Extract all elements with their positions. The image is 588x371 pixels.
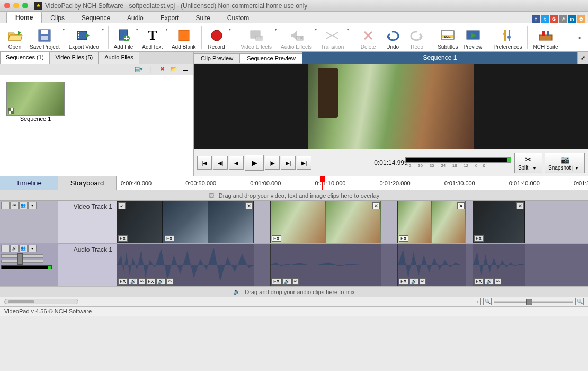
prev-frame-button[interactable]: ◀| — [213, 156, 228, 170]
video-clip[interactable]: ✕ FX — [473, 201, 525, 243]
menu-custom[interactable]: Custom — [219, 13, 257, 23]
audio-effects-button[interactable]: FXAudio Effects — [279, 24, 314, 51]
track-more-icon[interactable]: ▾ — [28, 202, 37, 209]
menu-clips[interactable]: Clips — [42, 13, 73, 23]
list-view-icon[interactable]: ☰ — [181, 65, 190, 74]
forward-button[interactable]: |▶ — [265, 156, 280, 170]
preview-viewport[interactable] — [194, 64, 588, 149]
track-group-icon[interactable]: 👥 — [19, 202, 28, 209]
track-volume-slider[interactable] — [1, 254, 43, 258]
menu-home[interactable]: Home — [6, 12, 42, 23]
subtitles-button[interactable]: SUBSubtitles — [435, 24, 460, 51]
facebook-icon[interactable]: f — [532, 15, 540, 23]
snapshot-button[interactable]: 📷Snapshot ▼ — [545, 153, 585, 173]
close-window-button[interactable] — [4, 3, 10, 8]
audio-clip[interactable]: FX🔊∞ — [473, 244, 525, 286]
settings-gear-icon[interactable]: ✿ — [577, 15, 585, 23]
timeline-scrollbar[interactable] — [4, 299, 78, 304]
record-dropdown-icon[interactable]: ▼ — [228, 28, 232, 31]
delete-bin-icon[interactable]: ✖ — [157, 65, 167, 74]
audio-clip[interactable]: FX🔊∞FX🔊∞ — [117, 244, 254, 286]
video-clips-area[interactable]: ✓✕ FXFX ✕ FX ✕ FX ✕ FX — [117, 201, 588, 243]
track-collapse-icon[interactable]: — — [1, 245, 10, 252]
add-text-button[interactable]: TAdd Text — [140, 24, 165, 51]
new-folder-icon[interactable]: 📂 — [169, 65, 179, 74]
audio-clips-area[interactable]: FX🔊∞FX🔊∞ FX🔊∞ FX🔊∞ FX🔊∞ — [117, 244, 588, 286]
video-clip[interactable]: ✕ FX — [270, 201, 381, 243]
save-project-button[interactable]: Save Project — [28, 24, 62, 51]
vfx-dropdown-icon[interactable]: ▼ — [274, 28, 278, 31]
minimize-window-button[interactable] — [13, 3, 19, 8]
export-dropdown-icon[interactable]: ▼ — [101, 28, 105, 31]
preview-button[interactable]: Preview — [461, 24, 485, 51]
menu-audio[interactable]: Audio — [119, 13, 152, 23]
track-mute-icon[interactable]: 🔊 — [10, 245, 19, 252]
ribbon-overflow-icon[interactable]: » — [575, 34, 585, 41]
zoom-in-icon[interactable]: 🔍 — [575, 298, 584, 305]
tab-timeline[interactable]: Timeline — [0, 176, 58, 190]
video-clip[interactable]: ✕ FX — [397, 201, 466, 243]
detach-preview-icon[interactable]: ⤢ — [577, 52, 588, 64]
ribbon-toolbar: Open Save Project▼ Export Video▼ Add Fil… — [0, 23, 588, 52]
redo-button[interactable]: Redo — [405, 24, 429, 51]
open-button[interactable]: Open — [3, 24, 26, 51]
video-clip[interactable]: ✓✕ FXFX — [117, 201, 254, 243]
svg-rect-24 — [539, 35, 552, 40]
track-pan-slider[interactable] — [1, 260, 43, 263]
tab-sequence-preview[interactable]: Sequence Preview — [240, 53, 302, 63]
record-button[interactable]: Record — [205, 24, 228, 51]
time-ruler[interactable]: 0:00:40.0000:00:50.0000:01:00.0000:01:10… — [117, 176, 588, 190]
zoom-slider[interactable] — [494, 301, 573, 303]
rewind-button[interactable]: ◀ — [229, 156, 244, 170]
bin-area[interactable]: Sequence 1 — [0, 75, 193, 176]
video-track-row: — 👁 👥 ▾ Video Track 1 ✓✕ FXFX ✕ FX ✕ FX … — [0, 200, 588, 243]
share-icon[interactable]: ↗ — [559, 15, 567, 23]
export-video-button[interactable]: Export Video — [67, 24, 101, 51]
zoom-out-icon[interactable]: 🔍 — [483, 298, 492, 305]
preferences-button[interactable]: Preferences — [492, 24, 524, 51]
google-plus-icon[interactable]: G — [550, 15, 558, 23]
menu-suite[interactable]: Suite — [187, 13, 218, 23]
track-solo-icon[interactable]: 👥 — [19, 245, 28, 252]
play-button[interactable]: ▶ — [245, 155, 264, 171]
twitter-icon[interactable]: t — [541, 15, 549, 23]
delete-button[interactable]: Delete — [357, 24, 380, 51]
tab-video-files[interactable]: Video Files (5) — [50, 52, 99, 64]
menu-export[interactable]: Export — [152, 13, 188, 23]
save-dropdown-icon[interactable]: ▼ — [62, 28, 66, 31]
go-start-button[interactable]: |◀ — [197, 156, 212, 170]
add-blank-button[interactable]: Add Blank — [170, 24, 198, 51]
afx-dropdown-icon[interactable]: ▼ — [314, 28, 318, 31]
tab-sequences[interactable]: Sequences (1) — [0, 52, 50, 64]
preview-title: Sequence 1 — [302, 52, 577, 64]
addfile-dropdown-icon[interactable]: ▼ — [135, 28, 139, 31]
transition-dropdown-icon[interactable]: ▼ — [346, 28, 350, 31]
transition-button[interactable]: Transition — [319, 24, 346, 51]
linkedin-icon[interactable]: in — [568, 15, 576, 23]
addtext-dropdown-icon[interactable]: ▼ — [165, 28, 168, 31]
bin-view-icon[interactable]: ▤▾ — [134, 65, 144, 74]
sequence-thumb[interactable]: Sequence 1 — [6, 82, 65, 122]
split-button[interactable]: ✂Split ▼ — [514, 153, 542, 173]
track-collapse-icon[interactable]: — — [1, 202, 10, 209]
playhead[interactable] — [320, 176, 325, 182]
track-visible-icon[interactable]: 👁 — [10, 202, 19, 209]
next-frame-button[interactable]: ▶| — [281, 156, 296, 170]
nch-suite-button[interactable]: NCH Suite — [531, 24, 560, 51]
tab-clip-preview[interactable]: Clip Preview — [194, 53, 240, 63]
tab-storyboard[interactable]: Storyboard — [58, 176, 117, 190]
undo-button[interactable]: Undo — [381, 24, 404, 51]
go-end-button[interactable]: ▶| — [297, 156, 311, 170]
track-more-icon[interactable]: ▾ — [28, 245, 37, 252]
menu-sequence[interactable]: Sequence — [73, 13, 119, 23]
zoom-window-button[interactable] — [22, 3, 28, 8]
video-effects-button[interactable]: FXVideo Effects — [238, 24, 274, 51]
source-toolbar: ▤▾ | ✖ 📂 ☰ — [0, 64, 193, 75]
audio-clip[interactable]: FX🔊∞ — [270, 244, 381, 286]
add-file-button[interactable]: Add File — [112, 24, 136, 51]
audio-clip[interactable]: FX🔊∞ — [397, 244, 466, 286]
tab-audio-files[interactable]: Audio Files — [99, 52, 139, 64]
overlay-drop-hint[interactable]: 🖼 Drag and drop your video, text and ima… — [0, 190, 588, 200]
fit-width-icon[interactable]: ↔ — [473, 298, 481, 305]
audio-mix-drop-hint[interactable]: 🔉 Drag and drop your audio clips here to… — [0, 286, 588, 297]
